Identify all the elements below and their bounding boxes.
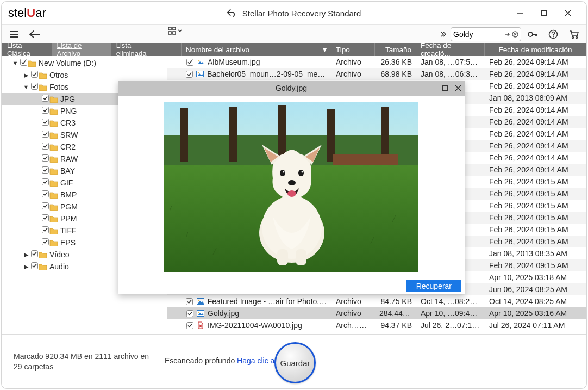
svg-point-45 xyxy=(198,300,199,301)
checkbox-icon[interactable] xyxy=(186,321,193,329)
deep-scan-text: Escaneado profundo Haga clic aquí xyxy=(165,356,285,365)
checkbox-icon[interactable] xyxy=(41,131,49,138)
tree-label: CR2 xyxy=(59,143,76,151)
table-row[interactable]: Featured Image - …air for Photo.jpgArchi… xyxy=(167,295,586,307)
checkbox-icon[interactable] xyxy=(41,178,49,186)
header-checkbox[interactable] xyxy=(167,43,182,56)
file-type: Archivo xyxy=(331,297,375,306)
tree-item[interactable]: ▼New Volume (D:) xyxy=(2,57,167,69)
title-bar: stelUar Stellar Photo Recovery Standard xyxy=(2,2,586,24)
back-icon[interactable] xyxy=(227,9,237,17)
file-modified: Jun 06, 2024 08:25 AM xyxy=(485,285,586,294)
expand-icon[interactable]: ▶ xyxy=(22,263,30,270)
svg-rect-26 xyxy=(42,143,48,150)
preview-titlebar[interactable]: Goldy.jpg xyxy=(118,81,465,96)
expand-icon[interactable]: ▼ xyxy=(22,84,30,90)
back-button[interactable] xyxy=(26,27,44,42)
menu-button[interactable] xyxy=(5,27,23,42)
expand-icon[interactable]: ▶ xyxy=(22,251,30,258)
checkbox-icon[interactable] xyxy=(41,190,49,198)
expand-icon[interactable]: ▶ xyxy=(22,72,30,79)
svg-point-42 xyxy=(198,72,199,74)
window-title: Stellar Photo Recovery Standard xyxy=(227,9,361,18)
col-name[interactable]: Nombre del archivo▾ xyxy=(182,43,331,56)
tab-classic-list[interactable]: Lista Clásica xyxy=(2,43,52,56)
checkbox-icon[interactable] xyxy=(41,166,49,174)
file-name: Featured Image - …air for Photo.jpg xyxy=(208,297,327,306)
preview-image xyxy=(164,102,418,272)
checkbox-icon[interactable] xyxy=(186,58,193,66)
maximize-button[interactable] xyxy=(532,5,556,21)
svg-point-14 xyxy=(528,32,533,36)
save-button[interactable]: Guardar xyxy=(274,342,316,383)
more-button[interactable] xyxy=(437,27,448,42)
preview-window[interactable]: Goldy.jpg xyxy=(118,81,465,294)
tree-label: EPS xyxy=(59,238,76,247)
checkbox-icon[interactable] xyxy=(30,262,38,270)
folder-icon xyxy=(28,60,37,67)
file-type: Archivo xyxy=(331,70,375,78)
file-name: Bachelor05_moun…2-09-05_med.jpg xyxy=(207,70,327,78)
key-button[interactable] xyxy=(523,27,542,42)
expand-icon[interactable]: ▼ xyxy=(11,60,19,66)
checkbox-icon[interactable] xyxy=(41,214,49,222)
preview-close-button[interactable] xyxy=(455,85,461,91)
checkbox-icon[interactable] xyxy=(20,59,27,66)
checkbox-icon[interactable] xyxy=(186,309,193,317)
checkbox-icon[interactable] xyxy=(41,119,49,126)
svg-rect-20 xyxy=(31,71,37,78)
checkbox-icon[interactable] xyxy=(30,83,38,90)
col-size[interactable]: Tamaño xyxy=(375,43,416,56)
folder-icon xyxy=(49,227,59,234)
minimize-button[interactable] xyxy=(508,5,532,21)
svg-point-75 xyxy=(288,180,296,185)
checkbox-icon[interactable] xyxy=(186,70,193,78)
file-modified: Feb 26, 2024 09:15 AM xyxy=(485,225,586,234)
checkbox-icon[interactable] xyxy=(30,250,38,258)
file-modified: Jan 08, 2013 08:09 AM xyxy=(485,94,586,102)
search-box[interactable] xyxy=(451,27,521,41)
file-size: 68.98 KB xyxy=(375,70,416,78)
table-row[interactable]: Bachelor05_moun…2-09-05_med.jpgArchivo68… xyxy=(167,68,586,80)
file-name: AlbMuseum.jpg xyxy=(208,58,260,66)
svg-rect-7 xyxy=(168,27,171,30)
preview-maximize-button[interactable] xyxy=(442,85,448,91)
view-mode-button[interactable] xyxy=(168,27,182,35)
svg-rect-25 xyxy=(42,131,48,138)
checkbox-icon[interactable] xyxy=(186,298,193,305)
checkbox-icon[interactable] xyxy=(41,202,49,210)
checkbox-icon[interactable] xyxy=(41,226,49,234)
table-row[interactable]: AlbMuseum.jpgArchivo26.36 KBJan 08, …07:… xyxy=(167,56,586,68)
checkbox-icon[interactable] xyxy=(41,95,49,102)
checkbox-icon[interactable] xyxy=(41,238,49,246)
checkbox-icon[interactable] xyxy=(30,71,38,78)
file-modified: Apr 10, 2025 03:16 AM xyxy=(485,309,586,318)
col-created[interactable]: Fecha de creació... xyxy=(416,43,485,56)
checkbox-icon[interactable] xyxy=(41,107,49,114)
col-modified[interactable]: Fecha de modificación xyxy=(485,43,586,56)
file-created: Jan 08, …07:58 AM xyxy=(416,58,485,66)
svg-rect-70 xyxy=(296,249,306,265)
cart-button[interactable] xyxy=(565,27,583,42)
table-row[interactable]: Goldy.jpgArchivo284.44 KBApr 10, …09:45 … xyxy=(167,307,586,319)
tree-item[interactable]: ▶Otros xyxy=(2,69,167,81)
tab-file-list[interactable]: Lista de Archivo xyxy=(52,43,111,56)
svg-rect-69 xyxy=(277,249,288,265)
help-button[interactable] xyxy=(544,27,562,42)
checkbox-icon[interactable] xyxy=(41,143,49,150)
tab-deleted-list[interactable]: Lista eliminada xyxy=(111,43,167,56)
svg-rect-22 xyxy=(42,95,48,102)
table-row[interactable]: IMG-20211004-WA0010.jpgArch…nado94.37 KB… xyxy=(167,319,586,331)
search-go-icon[interactable] xyxy=(504,31,511,38)
search-input[interactable] xyxy=(453,30,504,39)
file-modified: Feb 26, 2024 09:14 AM xyxy=(485,141,586,150)
checkbox-icon[interactable] xyxy=(41,154,49,162)
svg-rect-28 xyxy=(42,167,48,174)
svg-rect-29 xyxy=(42,179,48,185)
close-button[interactable] xyxy=(556,5,580,21)
col-type[interactable]: Tipo xyxy=(331,43,375,56)
search-clear-icon[interactable] xyxy=(512,31,518,38)
recover-button[interactable]: Recuperar xyxy=(406,280,461,292)
file-size: 84.75 KB xyxy=(375,297,416,306)
file-modified: Feb 26, 2024 09:15 AM xyxy=(485,201,586,210)
